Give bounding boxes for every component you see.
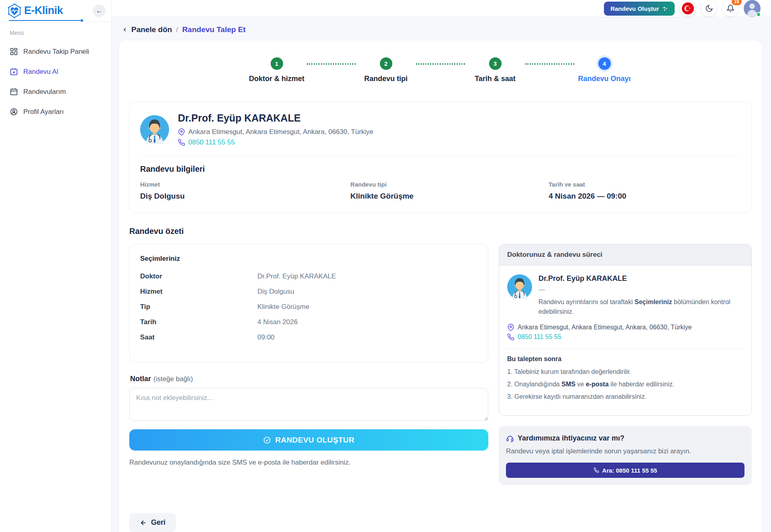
sidebar-collapse-button[interactable]: ←	[93, 4, 106, 17]
doctor-avatar	[140, 115, 169, 144]
divider	[140, 156, 741, 156]
info-field-hizmet: Hizmet Diş Dolgusu	[140, 181, 351, 201]
map-pin-icon	[178, 128, 185, 136]
brand-logo[interactable]: E-Klinik	[6, 3, 63, 19]
appointment-info-title: Randevu bilgileri	[140, 164, 741, 174]
step2-eposta: e-posta	[586, 381, 609, 388]
help-title: Yardımımıza ihtiyacınız var mı?	[518, 434, 624, 443]
info-label: Hizmet	[140, 181, 351, 188]
panel-doctor-name: Dr.Prof. Eyüp KARAKALE	[538, 274, 743, 283]
summary-row-doktor: Doktor Dr.Prof. Eyüp KARAKALE	[140, 272, 477, 280]
phone-icon	[594, 467, 599, 473]
process-step-2: 2. Onaylandığında SMS ve e-posta ile hab…	[507, 381, 743, 388]
doctor-process-panel: Doktorunuz & randevu süreci Dr.Prof. Eyü…	[499, 244, 752, 416]
help-text: Randevu veya iptal işlemlerinde sorun ya…	[506, 447, 744, 455]
bell-icon	[726, 4, 734, 12]
summary-row-hizmet: Hizmet Diş Dolgusu	[140, 288, 477, 296]
step-randevu-tipi: 2 Randevu tipi	[356, 57, 416, 83]
dashboard-grid-icon	[10, 47, 18, 56]
help-box: Yardımımıza ihtiyacınız var mı? Randevu …	[499, 426, 752, 485]
create-appointment-label: Randevu Oluştur	[610, 5, 659, 12]
breadcrumb: Panele dön / Randevu Talep Et	[119, 25, 762, 34]
back-button-label: Geri	[151, 518, 165, 527]
desc-prefix: Randevu ayrıntılarını sol taraftaki	[538, 298, 634, 305]
panel-address-row: Ankara Etimesgut, Ankara Etimesgut, Anka…	[507, 324, 743, 331]
turkish-flag-icon	[681, 2, 694, 15]
calendar-icon	[10, 87, 18, 96]
notes-label: Notlar	[130, 375, 151, 383]
summary-left-column: Seçimleriniz Doktor Dr.Prof. Eyüp KARAKA…	[129, 244, 488, 485]
choices-card-title: Seçimleriniz	[140, 255, 477, 263]
summary-value: Dr.Prof. Eyüp KARAKALE	[257, 272, 477, 280]
panel-doctor: Dr.Prof. Eyüp KARAKALE — Randevu ayrıntı…	[507, 274, 743, 317]
step-circle: 2	[380, 57, 392, 70]
breadcrumb-back-link[interactable]: Panele dön	[122, 25, 172, 34]
summary-value: Diş Dolgusu	[257, 288, 477, 296]
sidebar-item-label: Randevu Takip Paneli	[23, 48, 89, 56]
call-button-label: Ara: 0850 111 55 55	[602, 467, 657, 474]
logo-hexagon-heart-icon	[6, 3, 22, 19]
summary-label: Doktor	[140, 272, 257, 280]
step-circle: 4	[598, 57, 611, 70]
sidebar-header: E-Klinik ←	[0, 0, 111, 22]
doctor-name: Dr.Prof. Eyüp KARAKALE	[178, 112, 373, 124]
panel-body: Dr.Prof. Eyüp KARAKALE — Randevu ayrıntı…	[499, 266, 751, 415]
summary-row-tarih: Tarih 4 Nisan 2026	[140, 318, 477, 326]
summary-columns: Seçimleriniz Doktor Dr.Prof. Eyüp KARAKA…	[129, 244, 752, 485]
step2-prefix: 2. Onaylandığında	[507, 381, 561, 388]
step-randevu-onayi: 4 Randevu Onayı	[574, 57, 634, 83]
step-circle: 3	[489, 57, 502, 70]
sidebar-item-profil-ayarlari[interactable]: Profil Ayarları	[10, 104, 102, 120]
panel-dash: —	[538, 286, 743, 293]
notifications-button[interactable]: 16	[722, 0, 738, 16]
check-circle-icon	[263, 436, 271, 444]
after-request-title: Bu talepten sonra	[507, 355, 743, 363]
chevron-left-icon	[122, 26, 128, 33]
dots-cluster-icon	[662, 6, 668, 12]
main-area: Randevu Oluştur 16	[112, 0, 771, 532]
call-support-button[interactable]: Ara: 0850 111 55 55	[506, 463, 744, 478]
dark-mode-toggle[interactable]	[701, 0, 717, 16]
sidebar-item-label: Profil Ayarları	[23, 108, 64, 116]
doctor-address-row: Ankara Etimesgut, Ankara Etimesgut, Anka…	[178, 128, 373, 136]
summary-label: Saat	[140, 333, 257, 341]
back-button[interactable]: Geri	[129, 513, 176, 532]
phone-icon	[178, 139, 185, 146]
info-field-tarih-saat: Tarih ve saat 4 Nisan 2026 — 09:00	[549, 181, 741, 201]
summary-section-title: Randevu özeti	[129, 227, 752, 236]
page-card: 1 Doktor & hizmet 2 Randevu tipi 3 Tarih…	[119, 41, 762, 532]
panel-address: Ankara Etimesgut, Ankara Etimesgut, Anka…	[518, 324, 692, 331]
panel-phone-link[interactable]: 0850 111 55 55	[518, 333, 561, 341]
breadcrumb-back-label: Panele dön	[131, 25, 172, 34]
moon-icon	[705, 4, 713, 12]
create-appointment-button[interactable]: Randevu Oluştur	[604, 2, 675, 16]
user-avatar[interactable]	[744, 0, 761, 17]
notes-textarea[interactable]	[129, 388, 488, 421]
headset-icon	[506, 435, 514, 443]
step2-suffix: ile haberdar edilirsiniz.	[609, 381, 675, 388]
info-value: Klinikte Görüşme	[351, 192, 549, 201]
doctor-phone-row: 0850 111 55 55	[178, 138, 373, 146]
sidebar-item-randevularim[interactable]: Randevularım	[10, 83, 102, 100]
doctor-phone-link[interactable]: 0850 111 55 55	[188, 138, 235, 146]
doctor-header: Dr.Prof. Eyüp KARAKALE Ankara Etimesgut,…	[140, 112, 741, 146]
doctor-avatar	[507, 274, 532, 299]
sidebar-item-randevu-al[interactable]: Randevu Al	[10, 63, 102, 80]
online-status-dot	[756, 12, 761, 17]
sidebar-menu: Menü Randevu Takip Paneli Randevu Al Ran…	[0, 22, 111, 132]
submit-appointment-button[interactable]: RANDEVU OLUŞTUR	[129, 429, 488, 451]
doctor-address: Ankara Etimesgut, Ankara Etimesgut, Anka…	[188, 128, 373, 136]
summary-row-tip: Tip Klinikte Görüşme	[140, 303, 477, 311]
step-connector	[307, 63, 356, 65]
summary-label: Hizmet	[140, 288, 257, 296]
topbar: Randevu Oluştur 16	[112, 0, 771, 17]
language-flag-button[interactable]	[680, 0, 696, 16]
panel-description: Randevu ayrıntılarını sol taraftaki Seçi…	[538, 297, 743, 317]
info-field-randevu-tipi: Randevu tipi Klinikte Görüşme	[351, 181, 549, 201]
submit-label: RANDEVU OLUŞTUR	[275, 436, 354, 445]
user-circle-icon	[10, 108, 18, 116]
arrow-left-icon	[140, 519, 147, 526]
appointment-info-grid: Hizmet Diş Dolgusu Randevu tipi Klinikte…	[140, 181, 741, 201]
panel-meta: Ankara Etimesgut, Ankara Etimesgut, Anka…	[507, 324, 743, 341]
sidebar-item-randevu-takip-paneli[interactable]: Randevu Takip Paneli	[10, 43, 102, 60]
